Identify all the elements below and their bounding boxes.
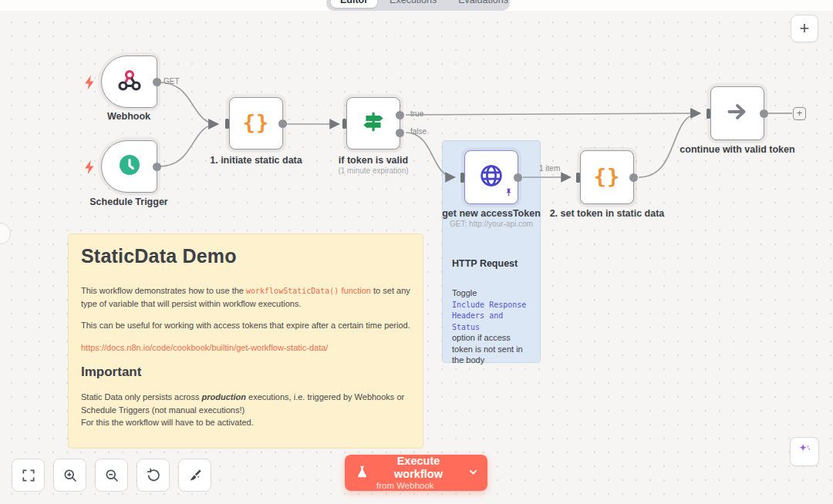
if-false-output-label: false — [410, 127, 427, 136]
output-port-false[interactable] — [396, 129, 404, 137]
fit-view-button[interactable] — [12, 459, 45, 492]
code-braces-icon: {} — [594, 164, 621, 191]
webhook-icon — [116, 67, 143, 96]
arrow-right-icon — [724, 99, 750, 128]
output-port[interactable] — [278, 119, 287, 128]
trigger-bolt-icon — [83, 75, 96, 93]
node-title: 2. set token in static data — [541, 208, 673, 219]
output-port-true[interactable] — [396, 111, 404, 119]
input-port[interactable] — [707, 109, 710, 119]
globe-icon — [477, 162, 505, 193]
input-port[interactable] — [576, 173, 580, 183]
pin-icon — [504, 186, 514, 200]
n8n-workflow-editor: StaticData Demo This workflow demonstrat… — [0, 0, 833, 504]
add-node-button[interactable]: + — [791, 15, 818, 42]
output-port[interactable] — [629, 173, 638, 182]
tidy-up-button[interactable] — [178, 459, 211, 492]
tab-editor[interactable]: Editor — [331, 0, 377, 8]
reset-zoom-icon — [146, 468, 161, 483]
connection-items-label: 1 item — [539, 164, 560, 173]
reset-zoom-button[interactable] — [137, 459, 170, 492]
input-port[interactable] — [342, 119, 346, 129]
zoom-in-icon — [62, 468, 78, 483]
node-title: Webhook — [75, 111, 183, 122]
zoom-out-icon — [104, 468, 120, 483]
ai-assistant-button[interactable] — [790, 437, 819, 466]
input-port[interactable] — [225, 119, 229, 129]
webhook-output-label: GET — [164, 77, 180, 86]
output-port[interactable] — [153, 78, 161, 86]
code-braces-icon: {} — [243, 110, 270, 137]
zoom-in-button[interactable] — [53, 459, 86, 492]
output-port[interactable] — [514, 173, 522, 182]
add-connected-node-button[interactable]: + — [793, 107, 806, 120]
tidy-up-icon — [187, 468, 203, 483]
signpost-icon — [360, 109, 386, 138]
node-title: get new accessToken — [430, 208, 553, 219]
flask-icon — [356, 465, 369, 482]
node-continue-valid-token[interactable] — [710, 86, 764, 140]
node-schedule-trigger[interactable] — [101, 140, 157, 193]
tab-executions[interactable]: Executions — [380, 0, 446, 8]
node-title: 1. initiate static data — [194, 155, 318, 166]
sparkles-icon — [796, 442, 813, 462]
zoom-out-button[interactable] — [95, 459, 128, 492]
chevron-down-icon[interactable] — [468, 467, 478, 479]
execute-workflow-button[interactable]: Execute workflow from Webhook — [345, 455, 487, 491]
node-set-token[interactable]: {} — [580, 150, 634, 204]
execute-button-sublabel: from Webhook — [376, 481, 434, 491]
canvas-toolbar — [12, 459, 211, 492]
node-webhook[interactable] — [101, 55, 157, 108]
node-subtitle: (1 minute expiration) — [312, 166, 435, 175]
clock-icon — [117, 153, 142, 180]
execute-button-text: Execute workflow from Webhook — [376, 455, 460, 491]
if-true-output-label: true — [410, 109, 423, 118]
output-port[interactable] — [760, 109, 768, 118]
node-title: Schedule Trigger — [75, 197, 183, 207]
node-get-access-token[interactable] — [464, 150, 518, 204]
output-port[interactable] — [153, 163, 161, 171]
tab-evaluations[interactable]: Evaluations — [449, 0, 518, 8]
input-port[interactable] — [460, 173, 464, 183]
execute-button-label: Execute workflow — [376, 455, 460, 480]
node-title: continue with valid token — [676, 144, 799, 155]
fit-view-icon — [21, 468, 36, 483]
trigger-bolt-icon — [83, 160, 96, 178]
node-subtitle: GET: http://your-api.com — [430, 220, 553, 228]
node-initiate-static-data[interactable]: {} — [229, 97, 283, 150]
node-if-token-valid[interactable] — [346, 97, 400, 150]
view-tabbar: Editor Executions Evaluations — [326, 0, 510, 11]
node-title: if token is valid — [312, 155, 435, 166]
